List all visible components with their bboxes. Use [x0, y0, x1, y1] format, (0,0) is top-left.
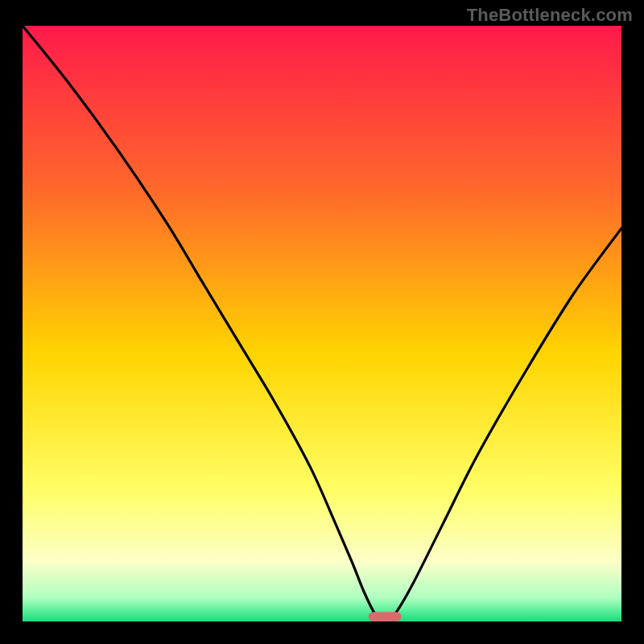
plot-area	[23, 26, 621, 621]
bottleneck-chart	[23, 26, 621, 621]
chart-container: TheBottleneck.com	[0, 0, 644, 644]
optimal-marker	[369, 612, 402, 621]
watermark-text: TheBottleneck.com	[467, 5, 633, 26]
gradient-background	[23, 26, 621, 621]
